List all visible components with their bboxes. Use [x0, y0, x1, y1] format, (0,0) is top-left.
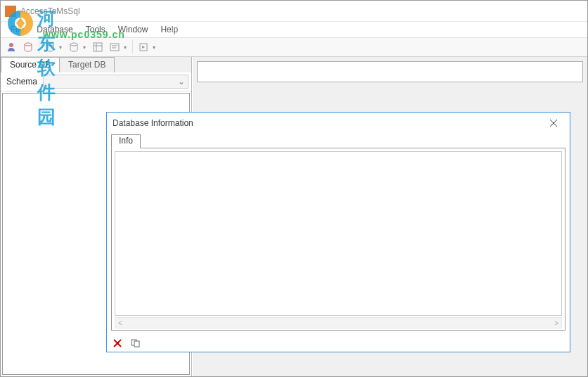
tab-source-db[interactable]: Source DB [1, 57, 60, 72]
svg-rect-4 [94, 43, 102, 51]
scroll-right-icon[interactable]: > [554, 319, 558, 327]
chevron-down-icon[interactable]: ▾ [124, 44, 129, 51]
dialog-tabs: Info [111, 134, 565, 148]
svg-rect-7 [110, 44, 119, 51]
titlebar: AccessToMsSql [1, 1, 587, 22]
database-information-dialog: Database Information Info < > [106, 112, 570, 352]
dialog-title-text: Database Information [113, 118, 193, 128]
schema-label: Schema [4, 77, 40, 87]
table-icon[interactable] [90, 39, 106, 55]
dialog-body: Info < > [107, 134, 570, 335]
content-box [197, 61, 583, 82]
horizontal-scrollbar[interactable]: < > [115, 317, 562, 328]
left-tabs: Source DB Target DB [1, 57, 191, 72]
tab-target-db[interactable]: Target DB [59, 57, 115, 72]
chevron-down-icon[interactable]: ▾ [153, 44, 158, 51]
dialog-titlebar[interactable]: Database Information [107, 113, 570, 134]
schema-combo[interactable]: ⌄ [43, 75, 188, 89]
svg-point-0 [9, 43, 13, 47]
menu-file[interactable]: File [5, 23, 30, 36]
chevron-down-icon[interactable]: ▾ [83, 44, 89, 51]
app-icon [5, 6, 16, 17]
menu-tools[interactable]: Tools [80, 23, 111, 36]
menu-help[interactable]: Help [155, 23, 184, 36]
scroll-left-icon[interactable]: < [118, 319, 122, 327]
toolbar-separator [132, 40, 133, 54]
toolbar-separator [39, 40, 39, 54]
schema-row: Schema ⌄ [1, 72, 191, 91]
svg-point-1 [25, 43, 32, 46]
chevron-down-icon[interactable]: ▾ [59, 44, 65, 51]
tab-info[interactable]: Info [111, 134, 141, 148]
copy-button[interactable] [129, 337, 142, 350]
menu-window[interactable]: Window [113, 23, 154, 36]
toolbar: ▾ ▾ ▾ ▾ [1, 37, 587, 57]
dialog-content: < > [111, 148, 565, 331]
svg-point-2 [46, 43, 53, 46]
delete-button[interactable] [111, 337, 124, 350]
svg-point-3 [70, 43, 77, 46]
db-connect-icon[interactable] [20, 39, 36, 55]
delete-icon [113, 339, 122, 347]
svg-rect-16 [134, 341, 139, 347]
execute-icon[interactable] [136, 39, 151, 55]
menu-database[interactable]: Database [31, 23, 78, 36]
menubar: File Database Tools Window Help [1, 22, 587, 37]
query-icon[interactable] [107, 39, 122, 55]
chevron-down-icon: ⌄ [178, 77, 185, 87]
copy-icon [131, 339, 141, 347]
dialog-footer [107, 335, 570, 352]
app-title: AccessToMsSql [20, 6, 80, 16]
close-icon [550, 120, 557, 127]
db-source-icon[interactable] [42, 39, 58, 55]
user-icon[interactable] [4, 39, 19, 55]
close-button[interactable] [543, 115, 564, 132]
info-textarea[interactable] [115, 151, 562, 316]
db-target-icon[interactable] [66, 39, 82, 55]
